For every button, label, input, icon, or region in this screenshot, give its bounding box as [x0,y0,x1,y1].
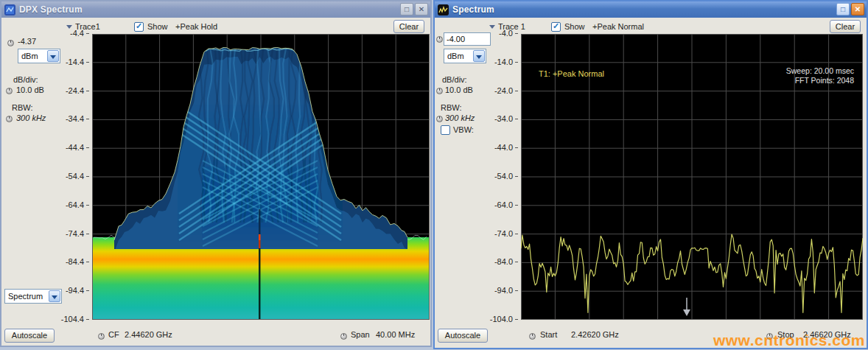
start-knob-icon[interactable] [529,333,536,340]
start-label: Start [540,330,557,339]
spectrum-plot-area[interactable]: T1: +Peak NormalSweep: 20.00 msecFFT Poi… [521,34,863,320]
y-tick-label: -24.4 [66,86,89,95]
span-knob-icon[interactable] [340,333,347,340]
cf-knob-icon[interactable] [98,333,105,340]
cf-value[interactable]: 2.44620 GHz [125,330,172,339]
peak-hold-label: +Peak Hold [175,22,217,31]
dpx-content: Trace1 Show +Peak Hold Clear -4.37 dBm d… [1,18,430,346]
y-tick-label: -44.4 [66,143,89,152]
y-tick-label: -64.0 [494,200,518,209]
y-tick-label: -104.4 [61,315,89,323]
window-title: DPX Spectrum [19,4,83,15]
y-tick-label: -104.0 [490,315,518,323]
dpx-titlebar[interactable]: DPX Spectrum □ ✕ [1,1,430,18]
y-tick-label: -84.0 [494,257,518,266]
y-tick-label: -14.4 [66,57,89,66]
spectrum-y-axis: -4.0-14.0-24.0-34.0-44.0-54.0-64.0-74.0-… [435,18,518,348]
spectrum-titlebar[interactable]: Spectrum □ ✕ [435,1,867,18]
close-icon[interactable]: ✕ [415,3,428,15]
y-tick-label: -94.0 [494,286,518,295]
y-tick-label: -74.0 [494,229,518,238]
restore-button[interactable]: □ [400,3,413,15]
restore-button[interactable]: □ [836,3,850,15]
t1-annotation: T1: +Peak Normal [539,69,604,78]
show-checkbox[interactable] [551,22,561,32]
spectrum-window: Spectrum □ ✕ Trace 1 Show +Peak Normal C… [433,0,868,349]
dpx-app-icon [4,4,15,15]
y-tick-label: -34.4 [66,114,89,123]
peak-normal-label: +Peak Normal [592,22,644,31]
y-tick-label: -74.4 [66,229,89,238]
window-title: Spectrum [452,4,494,15]
show-label: Show [564,22,585,31]
start-value[interactable]: 2.42620 GHz [571,330,619,339]
spectrum-content: Trace 1 Show +Peak Normal Clear -4.00 dB… [435,18,867,348]
clear-button[interactable]: Clear [393,20,424,33]
y-tick-label: -14.0 [494,57,518,66]
show-checkbox[interactable] [134,22,144,32]
watermark: www.cntronics.com [713,332,865,349]
y-tick-label: -54.0 [494,172,518,181]
y-tick-label: -84.4 [66,257,89,266]
spectrum-app-icon [438,4,449,15]
close-icon[interactable]: ✕ [851,3,864,15]
clear-button[interactable]: Clear [830,20,861,33]
dpx-y-axis: -4.4-14.4-24.4-34.4-44.4-54.4-64.4-74.4-… [1,18,89,346]
y-tick-label: -4.0 [499,29,518,38]
y-tick-label: -64.4 [66,200,89,209]
cf-label: CF [108,330,119,339]
y-tick-label: -24.0 [494,86,518,95]
span-value[interactable]: 40.00 MHz [376,330,415,339]
y-tick-label: -54.4 [66,172,89,181]
y-tick-label: -34.0 [494,114,518,123]
y-tick-label: -4.4 [70,29,89,38]
fft-points-annotation: FFT Points: 2048 [795,76,855,85]
dpx-spectrum-window: DPX Spectrum □ ✕ Trace1 Show +Peak Hold … [0,0,432,347]
dpx-plot-area[interactable] [92,34,430,320]
y-tick-label: -44.0 [494,143,518,152]
y-tick-label: -94.4 [66,286,89,295]
span-label: Span [351,330,370,339]
show-label: Show [147,22,168,31]
sweep-annotation: Sweep: 20.00 msec [786,66,854,75]
